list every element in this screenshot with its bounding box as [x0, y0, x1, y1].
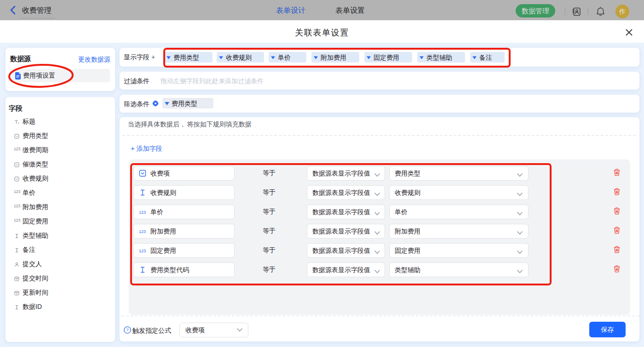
svg-text:?: ? [126, 327, 128, 332]
